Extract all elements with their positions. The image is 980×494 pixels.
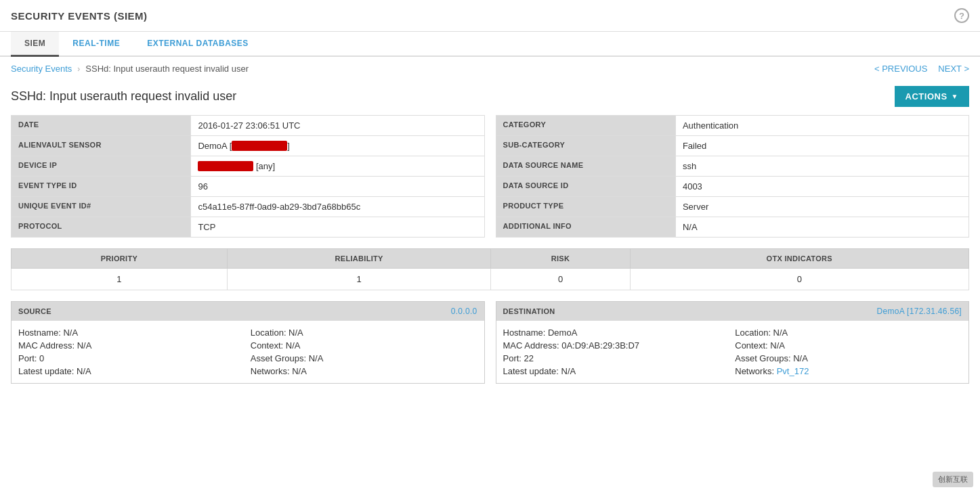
source-latestupdate: Latest update: N/A <box>18 366 245 376</box>
metrics-section: PRIORITY RELIABILITY RISK OTX INDICATORS… <box>0 238 980 290</box>
right-value-additionalinfo: N/A <box>675 217 968 238</box>
metrics-value-otx: 0 <box>630 269 968 290</box>
metrics-col-risk: RISK <box>491 249 630 269</box>
left-label-eventtypeid: EVENT TYPE ID <box>12 177 191 197</box>
right-label-additionalinfo: ADDITIONAL INFO <box>496 217 675 238</box>
table-row: UNIQUE EVENT ID# c54a11e5-87ff-0ad9-ab29… <box>12 197 485 217</box>
left-value-deviceip: 172.31.46.56 [any] <box>191 156 484 177</box>
table-row: DEVICE IP 172.31.46.56 [any] <box>12 156 485 177</box>
left-label-uniqueid: UNIQUE EVENT ID# <box>12 197 191 217</box>
table-row: PRODUCT TYPE Server <box>496 197 969 217</box>
source-location: Location: N/A <box>251 328 477 338</box>
actions-arrow-icon: ▼ <box>952 93 958 100</box>
event-title: SSHd: Input userauth request invalid use… <box>11 89 236 104</box>
right-label-subcategory: SUB-CATEGORY <box>496 136 675 156</box>
dest-networks: Networks: Pvt_172 <box>735 366 962 376</box>
dest-hostname: Hostname: DemoA <box>503 328 730 338</box>
dest-assetgroups: Asset Groups: N/A <box>735 353 962 363</box>
source-label: SOURCE <box>18 307 51 315</box>
dest-context: Context: N/A <box>735 340 962 351</box>
left-value-uniqueid: c54a11e5-87ff-0ad9-ab29-3bd7a68bb65c <box>191 197 484 217</box>
source-context: Context: N/A <box>251 340 477 351</box>
destination-card-body: Hostname: DemoA Location: N/A MAC Addres… <box>496 321 969 383</box>
dest-port: Port: 22 <box>503 353 730 363</box>
previous-link[interactable]: < PREVIOUS <box>874 64 927 74</box>
metrics-col-otx: OTX INDICATORS <box>630 249 968 269</box>
table-row: SUB-CATEGORY Failed <box>496 136 969 156</box>
breadcrumb: Security Events › SSHd: Input userauth r… <box>0 57 980 81</box>
help-icon[interactable]: ? <box>954 8 969 23</box>
metrics-table: PRIORITY RELIABILITY RISK OTX INDICATORS… <box>11 248 969 290</box>
left-value-date: 2016-01-27 23:06:51 UTC <box>191 116 484 136</box>
table-row: PROTOCOL TCP <box>12 217 485 238</box>
event-title-bar: SSHd: Input userauth request invalid use… <box>0 81 980 115</box>
table-row: ALIENVAULT SENSOR DemoA [172.31.46.56] <box>12 136 485 156</box>
metrics-value-priority: 1 <box>12 269 228 290</box>
table-row: CATEGORY Authentication <box>496 116 969 136</box>
table-row: EVENT TYPE ID 96 <box>12 177 485 197</box>
source-card-header: SOURCE 0.0.0.0 <box>12 302 484 321</box>
right-label-datasourcename: DATA SOURCE NAME <box>496 156 675 177</box>
left-value-protocol: TCP <box>191 217 484 238</box>
destination-label: DESTINATION <box>503 307 555 315</box>
metrics-col-reliability: RELIABILITY <box>227 249 491 269</box>
destination-card: DESTINATION DemoA [172.31.46.56] Hostnam… <box>496 301 970 384</box>
source-card-body: Hostname: N/A Location: N/A MAC Address:… <box>12 321 484 383</box>
breadcrumb-current: SSHd: Input userauth request invalid use… <box>85 64 249 74</box>
dest-location: Location: N/A <box>735 328 962 338</box>
tabs-bar: SIEM REAL-TIME EXTERNAL DATABASES <box>0 32 980 57</box>
table-row: ADDITIONAL INFO N/A <box>496 217 969 238</box>
right-info-table: CATEGORY Authentication SUB-CATEGORY Fai… <box>496 115 970 238</box>
right-value-producttype: Server <box>675 197 968 217</box>
source-hostname: Hostname: N/A <box>18 328 245 338</box>
dest-latestupdate: Latest update: N/A <box>503 366 730 376</box>
table-row: DATE 2016-01-27 23:06:51 UTC <box>12 116 485 136</box>
left-value-eventtypeid: 96 <box>191 177 484 197</box>
source-card: SOURCE 0.0.0.0 Hostname: N/A Location: N… <box>11 301 485 384</box>
metrics-value-risk: 0 <box>491 269 630 290</box>
source-destination-section: SOURCE 0.0.0.0 Hostname: N/A Location: N… <box>0 290 980 384</box>
left-label-deviceip: DEVICE IP <box>12 156 191 177</box>
left-label-sensor: ALIENVAULT SENSOR <box>12 136 191 156</box>
source-ip-link[interactable]: 0.0.0.0 <box>451 307 477 316</box>
tab-external[interactable]: EXTERNAL DATABASES <box>133 32 262 57</box>
source-networks: Networks: N/A <box>251 366 477 376</box>
table-row: DATA SOURCE ID 4003 <box>496 177 969 197</box>
source-mac: MAC Address: N/A <box>18 340 245 351</box>
page-title: SECURITY EVENTS (SIEM) <box>11 10 148 22</box>
left-label-protocol: PROTOCOL <box>12 217 191 238</box>
right-label-producttype: PRODUCT TYPE <box>496 197 675 217</box>
tab-siem[interactable]: SIEM <box>11 32 59 57</box>
tab-realtime[interactable]: REAL-TIME <box>59 32 133 57</box>
source-assetgroups: Asset Groups: N/A <box>251 353 477 363</box>
next-link[interactable]: NEXT > <box>938 64 969 74</box>
metrics-col-priority: PRIORITY <box>12 249 228 269</box>
left-info-table: DATE 2016-01-27 23:06:51 UTC ALIENVAULT … <box>11 115 485 238</box>
right-value-datasourcename: ssh <box>675 156 968 177</box>
right-label-datasourceid: DATA SOURCE ID <box>496 177 675 197</box>
right-value-category: Authentication <box>675 116 968 136</box>
right-label-category: CATEGORY <box>496 116 675 136</box>
breadcrumb-nav: < PREVIOUS NEXT > <box>874 64 969 74</box>
page-header: SECURITY EVENTS (SIEM) ? <box>0 0 980 32</box>
breadcrumb-link[interactable]: Security Events <box>11 64 72 74</box>
source-port: Port: 0 <box>18 353 245 363</box>
metrics-value-reliability: 1 <box>227 269 491 290</box>
breadcrumb-separator: › <box>77 64 80 74</box>
dest-mac: MAC Address: 0A:D9:AB:29:3B:D7 <box>503 340 730 351</box>
networks-link[interactable]: Pvt_172 <box>777 366 809 376</box>
right-value-datasourceid: 4003 <box>675 177 968 197</box>
destination-ip-link[interactable]: DemoA [172.31.46.56] <box>877 307 962 316</box>
actions-button[interactable]: ACTIONS ▼ <box>895 86 969 107</box>
left-value-sensor: DemoA [172.31.46.56] <box>191 136 484 156</box>
right-value-subcategory: Failed <box>675 136 968 156</box>
main-info-grid: DATE 2016-01-27 23:06:51 UTC ALIENVAULT … <box>0 115 980 238</box>
table-row: DATA SOURCE NAME ssh <box>496 156 969 177</box>
destination-card-header: DESTINATION DemoA [172.31.46.56] <box>496 302 969 321</box>
left-label-date: DATE <box>12 116 191 136</box>
